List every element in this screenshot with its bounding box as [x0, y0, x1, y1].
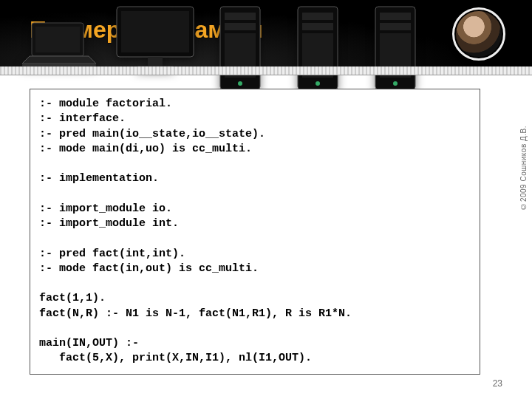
- laptop-icon: [18, 19, 100, 71]
- svg-rect-10: [225, 23, 256, 30]
- svg-rect-6: [148, 57, 163, 66]
- svg-rect-14: [302, 13, 333, 20]
- svg-point-12: [238, 81, 242, 86]
- svg-rect-9: [225, 13, 256, 20]
- monitor-icon: [111, 4, 200, 74]
- server-icon: [292, 4, 344, 92]
- server-icon: [369, 4, 421, 92]
- svg-marker-2: [22, 56, 96, 64]
- svg-point-17: [316, 81, 320, 86]
- svg-rect-15: [302, 23, 333, 30]
- page-number: 23: [493, 378, 502, 389]
- svg-rect-20: [380, 23, 411, 30]
- copyright-label: ©2009 Сошников Д.В.: [519, 126, 528, 211]
- svg-rect-5: [121, 11, 189, 52]
- slide-body: :- module factorial. :- interface. :- pr…: [30, 89, 480, 369]
- slide-header: Пример программы: [0, 0, 532, 66]
- presenter-avatar: [452, 7, 505, 61]
- svg-rect-19: [380, 13, 411, 20]
- header-divider: [0, 66, 532, 75]
- server-icon: [214, 4, 266, 92]
- svg-rect-1: [35, 27, 80, 52]
- slide: Пример программы: [0, 0, 532, 399]
- svg-point-22: [393, 81, 398, 86]
- code-listing: :- module factorial. :- interface. :- pr…: [30, 89, 480, 375]
